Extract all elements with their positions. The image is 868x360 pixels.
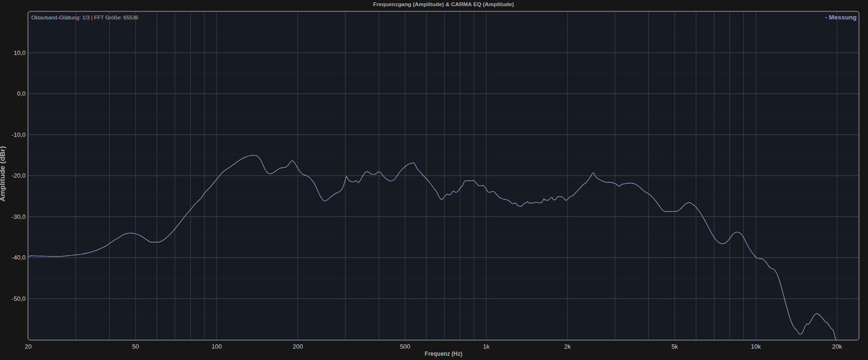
svg-text:-10,0: -10,0 bbox=[11, 131, 26, 138]
svg-text:100: 100 bbox=[212, 343, 222, 350]
svg-text:-20,0: -20,0 bbox=[11, 172, 26, 179]
svg-text:- Messung: - Messung bbox=[825, 14, 857, 21]
svg-text:10k: 10k bbox=[751, 343, 761, 350]
svg-text:Frequenzgang (Amplitude) & CAR: Frequenzgang (Amplitude) & CARMA EQ (Amp… bbox=[373, 1, 514, 8]
svg-text:500: 500 bbox=[400, 343, 410, 350]
svg-text:Oktavband-Glättung: 1/3 | FFT: Oktavband-Glättung: 1/3 | FFT Größe: 655… bbox=[31, 15, 139, 20]
svg-text:-30,0: -30,0 bbox=[11, 213, 26, 220]
svg-text:Amplitude (dBr): Amplitude (dBr) bbox=[0, 146, 6, 201]
svg-text:1k: 1k bbox=[483, 343, 489, 350]
svg-text:5k: 5k bbox=[672, 343, 678, 350]
svg-text:Frequenz (Hz): Frequenz (Hz) bbox=[425, 351, 462, 357]
svg-text:200: 200 bbox=[293, 343, 303, 350]
svg-text:50: 50 bbox=[132, 343, 139, 350]
svg-text:-40,0: -40,0 bbox=[11, 254, 26, 261]
svg-text:20k: 20k bbox=[832, 343, 842, 350]
svg-text:0,0: 0,0 bbox=[17, 90, 26, 97]
svg-text:2k: 2k bbox=[564, 343, 571, 350]
svg-text:20: 20 bbox=[25, 343, 31, 350]
svg-text:-50,0: -50,0 bbox=[11, 295, 26, 302]
svg-text:10,0: 10,0 bbox=[14, 49, 26, 56]
